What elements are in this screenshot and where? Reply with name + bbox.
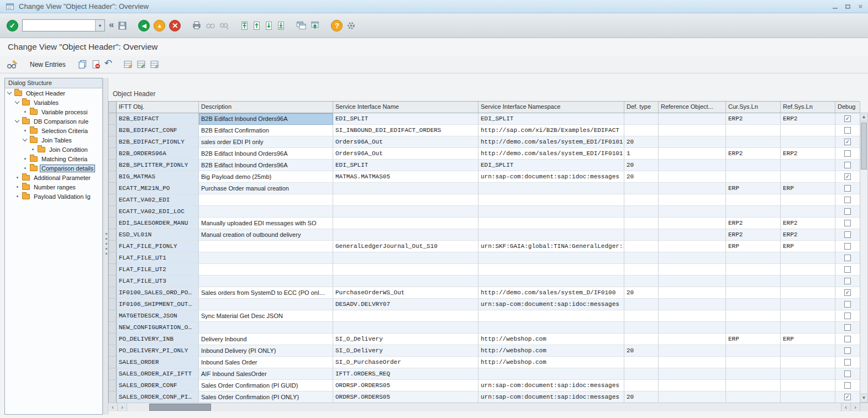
cell-debug[interactable]: ✓ [835,136,860,148]
row-selector[interactable] [109,276,117,287]
cell-ref_sys_ln[interactable] [781,287,835,299]
cell-ref_sys_ln[interactable] [781,160,835,171]
cell-ref_sys_ln[interactable] [781,322,835,334]
cell-service_interface_name[interactable]: ORDRSP.ORDERS05 [333,380,478,391]
cell-debug[interactable] [835,322,860,334]
row-selector[interactable] [109,310,117,322]
window-menu-icon[interactable] [6,3,14,10]
command-dropdown-icon[interactable]: ▼ [95,20,104,31]
save-button[interactable] [118,18,127,33]
deselect-all-button[interactable] [150,57,159,72]
row-selector[interactable] [109,345,117,357]
cell-ref_sys_ln[interactable]: ERP [781,334,835,345]
cell-reference_object[interactable] [659,287,726,299]
debug-checkbox[interactable] [844,266,851,273]
splitter-grip-icon[interactable] [106,233,107,256]
cell-obj[interactable]: B2B_ORDERS96A [117,148,199,160]
cell-service_interface_namespace[interactable]: http://demo.com/sales/system_EDI/IF0101 [478,148,624,160]
cell-debug[interactable] [835,334,860,345]
cell-def_type[interactable] [624,264,659,276]
row-selector[interactable] [109,368,117,380]
cell-cur_sys_ln[interactable] [726,357,781,368]
cell-service_interface_name[interactable]: PurchaseOrderWS_Out [333,287,478,299]
cell-ref_sys_ln[interactable] [781,264,835,276]
tree-item-variable-processi[interactable]: Variable processi [5,107,102,117]
cell-reference_object[interactable] [659,148,726,160]
row-selector[interactable] [109,136,117,148]
cell-service_interface_name[interactable]: Orders96A_Out [333,148,478,160]
cell-cur_sys_ln[interactable] [726,206,781,218]
cell-def_type[interactable] [624,241,659,252]
panel-splitter[interactable] [103,78,108,415]
cell-service_interface_namespace[interactable]: http://webshop.com [478,357,624,368]
cell-reference_object[interactable] [659,218,726,229]
column-header-description[interactable]: Description [199,102,333,113]
cell-service_interface_name[interactable]: EDI_SPLIT [333,113,478,125]
cell-service_interface_namespace[interactable] [478,194,624,206]
debug-checkbox[interactable] [844,231,851,238]
cell-ref_sys_ln[interactable] [781,136,835,148]
cell-description[interactable]: B2B Edifact Inbound Orders96A [199,148,333,160]
new-entries-button[interactable]: New Entries [30,61,66,68]
cell-def_type[interactable] [624,125,659,136]
row-selector[interactable] [109,171,117,183]
cell-service_interface_namespace[interactable] [478,264,624,276]
cell-reference_object[interactable] [659,160,726,171]
expand-collapse-icon[interactable] [7,90,12,94]
tree-item-matching-criteria[interactable]: Matching Criteria [5,154,102,163]
cell-obj[interactable]: SALES_ORDER_CONF_PI… [117,391,199,403]
cell-reference_object[interactable] [659,368,726,380]
cell-service_interface_name[interactable] [333,183,478,194]
cell-ref_sys_ln[interactable] [781,310,835,322]
cell-def_type[interactable] [624,113,659,125]
cell-cur_sys_ln[interactable] [726,391,781,403]
cell-cur_sys_ln[interactable]: ERP [726,183,781,194]
cell-reference_object[interactable] [659,264,726,276]
cell-cur_sys_ln[interactable]: ERP2 [726,148,781,160]
tree-item-variables[interactable]: Variables [5,98,102,107]
cell-service_interface_namespace[interactable]: http://demo.com/sales/system_D/IF0100 [478,287,624,299]
debug-checkbox[interactable] [844,162,851,168]
cell-def_type[interactable]: 1 [624,148,659,160]
cell-reference_object[interactable] [659,229,726,241]
cell-debug[interactable] [835,194,860,206]
cell-obj[interactable]: FLAT_FILE_UT2 [117,264,199,276]
cell-obj[interactable]: SALES_ORDER_CONF [117,380,199,391]
cell-reference_object[interactable] [659,357,726,368]
cell-service_interface_namespace[interactable]: http://webshop.com [478,334,624,345]
debug-checkbox[interactable]: ✓ [844,139,851,145]
row-selector[interactable] [109,252,117,264]
cell-service_interface_name[interactable]: DESADV.DELVRY07 [333,299,478,310]
cell-obj[interactable]: B2B_SPLITTER_PIONLY [117,160,199,171]
create-shortcut-button[interactable] [311,18,320,33]
find-button[interactable] [206,18,215,33]
cell-debug[interactable] [835,357,860,368]
cell-reference_object[interactable] [659,276,726,287]
row-selector[interactable] [109,160,117,171]
scroll-up-button[interactable]: ▲ [860,113,867,121]
row-selector[interactable] [109,218,117,229]
cell-service_interface_name[interactable] [333,310,478,322]
hscroll-track[interactable] [127,403,841,411]
tree-item-comparison-details[interactable]: Comparison details [5,163,102,173]
first-page-button[interactable] [240,18,249,33]
table-vscrollbar[interactable]: ▲ ▼ [860,113,868,403]
column-header-debug[interactable]: Debug [835,102,860,113]
tree-item-join-condition[interactable]: Join Condition [5,145,102,154]
column-header-obj[interactable]: IFTT Obj. [117,102,199,113]
debug-checkbox[interactable]: ✓ [844,394,851,400]
cell-reference_object[interactable] [659,113,726,125]
cell-obj[interactable]: B2B_EDIFACT_CONF [117,125,199,136]
cell-def_type[interactable] [624,368,659,380]
cell-service_interface_name[interactable] [333,264,478,276]
enter-button[interactable]: ✓ [7,18,18,33]
cell-cur_sys_ln[interactable] [726,171,781,183]
cell-service_interface_name[interactable]: SI_O_Delivery [333,345,478,357]
cell-debug[interactable] [835,310,860,322]
debug-checkbox[interactable]: ✓ [844,173,851,180]
cell-obj[interactable]: SALES_ORDER [117,357,199,368]
undo-button[interactable]: ↶ [104,56,112,71]
cell-description[interactable] [199,194,333,206]
vscroll-thumb[interactable] [861,123,867,170]
cell-ref_sys_ln[interactable] [781,194,835,206]
